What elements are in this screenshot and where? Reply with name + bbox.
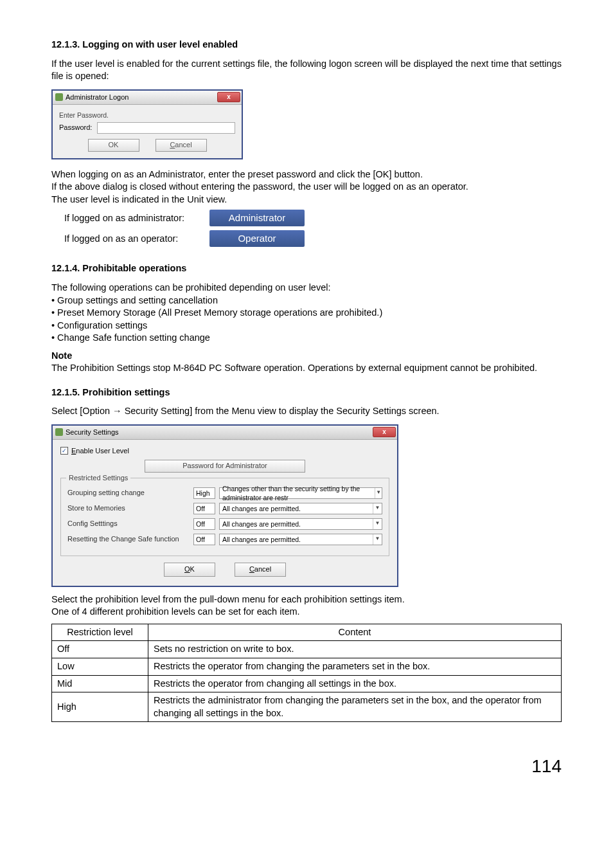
app-icon [55, 93, 63, 101]
close-button[interactable]: x [373, 427, 396, 437]
table-header-level: Restriction level [52, 624, 148, 641]
app-icon [55, 428, 63, 436]
paragraph: When logging on as an Administrator, ent… [51, 168, 562, 181]
select-value: Changes other than the security setting … [222, 484, 375, 502]
restriction-select[interactable]: All changes are permitted. ▼ [219, 518, 382, 530]
chevron-down-icon: ▼ [375, 488, 382, 498]
setting-row: Config Setttings Off All changes are per… [67, 518, 382, 530]
select-value: All changes are permitted. [222, 504, 301, 513]
role-pill-operator: Operator [209, 230, 305, 247]
cell-content: Restricts the operator from changing all… [148, 675, 562, 692]
dialog-body: Enter Password. Password: OK Cancel [53, 105, 242, 158]
dialog-title: Administrator Logon [66, 93, 129, 102]
level-box: Off [193, 534, 215, 545]
restriction-select[interactable]: All changes are permitted. ▼ [219, 503, 382, 514]
dialog-title: Security Settings [66, 428, 119, 437]
paragraph: The user level is indicated in the Unit … [51, 194, 562, 206]
setting-name: Grouping setting change [67, 488, 190, 498]
password-for-admin-button[interactable]: Password for Administrator [145, 460, 305, 473]
ok-rest: K [190, 565, 195, 574]
cell-content: Restricts the administrator from changin… [148, 692, 562, 722]
heading-12-1-5: 12.1.5. Prohibition settings [51, 386, 562, 399]
bullet: • Change Safe function setting change [51, 332, 562, 345]
logged-on-admin-label: If logged on as administrator: [64, 212, 200, 225]
table-row: Low Restricts the operator from changing… [52, 658, 562, 675]
note-heading: Note [51, 350, 562, 363]
restriction-table: Restriction level Content Off Sets no re… [51, 624, 562, 722]
ok-button[interactable]: OK [164, 563, 215, 577]
setting-row: Grouping setting change High Changes oth… [67, 487, 382, 499]
enable-user-level-checkbox[interactable]: ✓ [60, 447, 68, 455]
heading-12-1-3: 12.1.3. Logging on with user level enabl… [51, 39, 562, 51]
ok-button[interactable]: OK [88, 139, 139, 152]
setting-name: Store to Memories [67, 503, 190, 513]
enable-user-level-label: Enable User Level [71, 446, 129, 456]
page-number: 114 [51, 754, 562, 779]
dialog-titlebar: Security Settings x [53, 426, 397, 440]
cell-level: Off [52, 641, 148, 658]
bullet: • Preset Memory Storage (All Preset Memo… [51, 307, 562, 320]
security-settings-dialog: Security Settings x ✓ Enable User Level … [51, 424, 398, 587]
enable-rest: nable User Level [76, 447, 129, 455]
table-row: High Restricts the administrator from ch… [52, 692, 562, 722]
paragraph: Select [Option → Security Setting] from … [51, 405, 562, 418]
cancel-rest: ancel [254, 565, 271, 574]
cancel-mnemonic: C [249, 565, 254, 574]
chevron-down-icon: ▼ [373, 519, 382, 529]
level-box: Off [193, 503, 215, 514]
level-box: High [193, 487, 215, 499]
setting-name: Resetting the Change Safe function [67, 534, 190, 544]
table-row: Mid Restricts the operator from changing… [52, 675, 562, 692]
bullet: • Group settings and setting cancellatio… [51, 294, 562, 307]
cell-content: Restricts the operator from changing the… [148, 658, 562, 675]
bullet: • Configuration settings [51, 320, 562, 332]
cell-level: Mid [52, 675, 148, 692]
cell-level: Low [52, 658, 148, 675]
setting-row: Store to Memories Off All changes are pe… [67, 503, 382, 514]
setting-name: Config Setttings [67, 519, 190, 529]
fieldset-legend: Restricted Settings [66, 473, 130, 483]
paragraph: One of 4 different prohibition levels ca… [51, 606, 562, 619]
paragraph: The following operations can be prohibit… [51, 282, 562, 294]
cell-content: Sets no restriction on write to box. [148, 641, 562, 658]
note-body: The Prohibition Settings stop M-864D PC … [51, 362, 562, 375]
cell-level: High [52, 692, 148, 722]
password-input[interactable] [97, 122, 235, 134]
administrator-logon-dialog: Administrator Logon x Enter Password. Pa… [51, 89, 243, 159]
heading-12-1-4: 12.1.4. Prohibitable operations [51, 262, 562, 275]
enter-password-label: Enter Password. [59, 111, 235, 120]
close-button[interactable]: x [217, 92, 240, 102]
cancel-rest: ancel [175, 140, 191, 150]
dialog-titlebar: Administrator Logon x [53, 91, 242, 105]
chevron-down-icon: ▼ [373, 503, 382, 514]
ok-mnemonic: O [184, 565, 190, 574]
paragraph: Select the prohibition level from the pu… [51, 593, 562, 606]
password-label: Password: [59, 123, 92, 132]
cancel-button[interactable]: Cancel [155, 139, 207, 152]
select-value: All changes are permitted. [222, 535, 301, 544]
cancel-mnemonic: C [170, 140, 175, 150]
chevron-down-icon: ▼ [373, 534, 382, 545]
restricted-settings-fieldset: Restricted Settings Grouping setting cha… [60, 478, 389, 556]
paragraph: If the user level is enabled for the cur… [51, 58, 562, 83]
dialog-body: ✓ Enable User Level Password for Adminis… [53, 440, 397, 586]
restriction-select[interactable]: Changes other than the security setting … [219, 487, 382, 499]
select-value: All changes are permitted. [222, 520, 301, 529]
role-pill-administrator: Administrator [209, 210, 305, 226]
cancel-button[interactable]: Cancel [235, 563, 286, 577]
table-header-content: Content [148, 624, 562, 641]
logged-on-operator-label: If logged on as an operator: [64, 233, 200, 246]
level-box: Off [193, 518, 215, 530]
setting-row: Resetting the Change Safe function Off A… [67, 534, 382, 545]
paragraph: If the above dialog is closed without en… [51, 181, 562, 194]
restriction-select[interactable]: All changes are permitted. ▼ [219, 534, 382, 545]
table-row: Off Sets no restriction on write to box. [52, 641, 562, 658]
